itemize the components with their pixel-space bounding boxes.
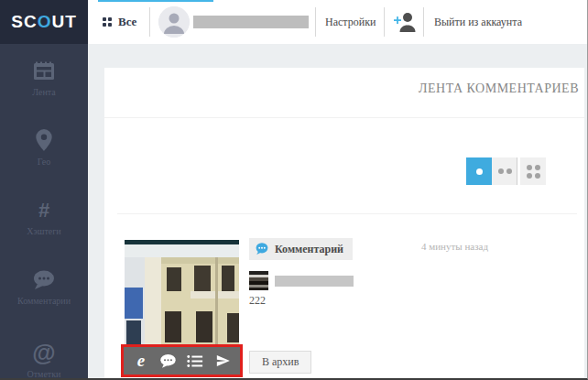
sidebar-item-mentions[interactable]: @ Отметки [0, 341, 88, 379]
divider [104, 117, 584, 118]
username-redacted [193, 16, 309, 28]
settings-label: Настройки [325, 16, 376, 29]
sidebar-item-label: Отметки [27, 369, 61, 379]
sidebar-item-feed[interactable]: Лента [0, 60, 88, 97]
top-bar: SCOUT Все Настройки [0, 0, 588, 44]
sidebar-item-label: Комментарии [17, 296, 71, 306]
post-actions-toolbar-highlighted: e [121, 344, 243, 377]
page-title: ЛЕНТА КОММЕНТАРИЕВ [419, 81, 579, 96]
send-button[interactable] [213, 352, 232, 370]
tab-all-label: Все [118, 15, 136, 29]
feed-card: ЛЕНТА КОММЕНТАРИЕВ [104, 68, 584, 380]
view-toggle-two-column[interactable] [492, 157, 517, 185]
settings-button[interactable]: Настройки [325, 0, 376, 44]
list-icon [187, 354, 203, 368]
sidebar: Лента Гео # Хэштеги Комментарии @ Отме [0, 44, 88, 380]
app-window: SCOUT Все Настройки [0, 0, 588, 380]
logout-button[interactable]: Выйти из аккаунта [434, 0, 522, 44]
sidebar-item-label: Хэштеги [27, 226, 60, 236]
add-user-icon [393, 10, 419, 34]
view-toggle-single[interactable] [466, 157, 492, 185]
sidebar-item-hashtags[interactable]: # Хэштеги [0, 200, 88, 236]
add-user-button[interactable] [393, 10, 419, 34]
comment-badge-icon [255, 242, 269, 256]
geo-pin-icon [34, 128, 54, 152]
logout-label: Выйти из аккаунта [434, 16, 522, 29]
hashtag-icon: # [38, 200, 49, 222]
open-in-browser-button[interactable]: e [132, 352, 150, 370]
post-type-label: Комментарий [275, 243, 343, 256]
comment-text: 222 [249, 294, 266, 308]
divider [315, 7, 316, 37]
archive-button[interactable]: В архив [249, 351, 311, 374]
comment-icon [159, 353, 177, 369]
logo-text: SCOUT [11, 12, 77, 32]
tab-all[interactable]: Все [103, 0, 136, 44]
divider [117, 213, 577, 214]
commenter-avatar[interactable] [249, 271, 268, 290]
right-gutter [584, 44, 588, 380]
commenter-name-redacted [275, 276, 354, 287]
grid-icon [103, 17, 112, 27]
feed-icon [32, 60, 56, 82]
dot [476, 168, 483, 175]
comment-button[interactable] [159, 352, 178, 370]
view-toggle-grid[interactable] [520, 157, 546, 185]
sidebar-item-comments[interactable]: Комментарии [0, 269, 88, 306]
comments-icon [31, 269, 57, 291]
post-timestamp: 4 минуты назад [421, 241, 488, 252]
divider [517, 157, 517, 185]
divider [149, 7, 150, 37]
list-button[interactable] [186, 352, 204, 370]
dot [498, 168, 504, 174]
divider [384, 7, 385, 37]
sidebar-item-geo[interactable]: Гео [0, 128, 88, 167]
post-type-badge: Комментарий [249, 238, 353, 260]
mentions-icon: @ [32, 341, 55, 364]
grid-dots-icon [527, 165, 540, 179]
person-icon [158, 6, 190, 38]
dot [506, 168, 512, 174]
divider [423, 7, 424, 37]
logo[interactable]: SCOUT [0, 0, 88, 44]
user-avatar[interactable] [158, 6, 190, 38]
send-icon [215, 353, 231, 368]
browser-icon: e [137, 353, 145, 369]
sidebar-item-label: Лента [32, 87, 55, 97]
sidebar-item-label: Гео [38, 157, 50, 167]
